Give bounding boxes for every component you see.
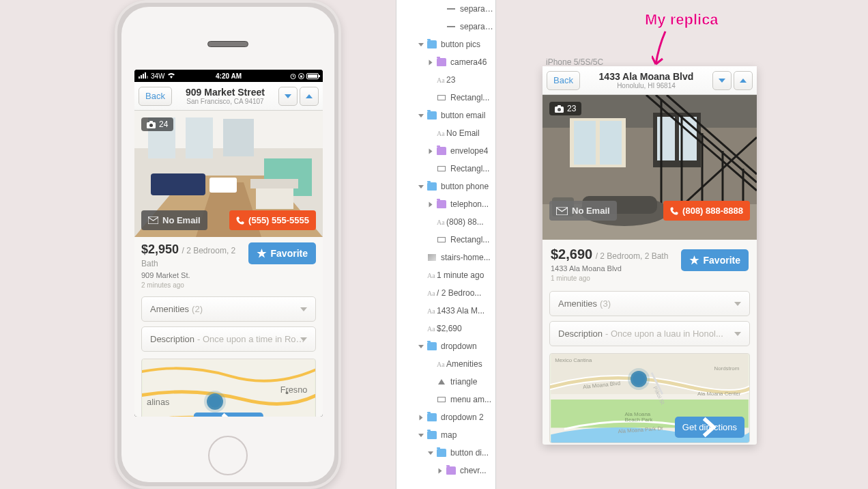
disclosure-triangle-icon[interactable] [428,451,433,455]
nav-title-text: 1433 Ala Moana Blvd [583,71,710,82]
nav-down-button[interactable] [278,87,298,106]
layer-name: separator img [460,22,495,31]
call-button[interactable]: (555) 555-5555 [229,210,316,230]
nav-up-button[interactable] [300,87,319,106]
favorite-button[interactable]: Favorite [248,242,316,264]
layer-row[interactable]: menu am... [396,391,495,408]
layer-row[interactable]: button pics [396,36,495,53]
star-icon [257,249,267,258]
layer-row[interactable]: triangle [396,373,495,391]
navbar: Back 1433 Ala Moana Blvd Honolulu, HI 96… [542,66,757,95]
layer-row[interactable]: chevr... [396,462,495,479]
get-directions-button[interactable]: Get directions [675,417,744,438]
layer-row[interactable]: Aa/ 2 Bedroo... [396,284,495,302]
layer-row[interactable]: button email [396,107,495,124]
listing-map[interactable]: alinas Fresno Get directions [141,359,316,417]
layer-row[interactable]: camera46 [396,53,495,71]
description-label: Description [558,329,603,339]
map-pin [631,371,647,387]
layer-row[interactable]: AaNo Email [396,124,495,142]
layer-row[interactable]: Rectangl... [396,231,495,249]
layer-row[interactable]: separator img [396,18,495,36]
layer-name: envelope4 [450,146,488,156]
disclosure-triangle-icon[interactable] [418,345,424,348]
no-email-button[interactable]: No Email [549,201,617,221]
disclosure-triangle-icon[interactable] [418,43,424,46]
layer-row[interactable]: Aa1433 Ala M... [396,302,495,320]
text-layer-icon: Aa [427,325,437,333]
home-button[interactable] [208,436,248,475]
back-button[interactable]: Back [139,87,172,106]
amenities-dropdown[interactable]: Amenities (3) [549,291,750,316]
disclosure-triangle-icon[interactable] [439,468,442,473]
rectangle-layer-icon [437,94,446,102]
chevron-down-icon [734,302,741,306]
disclosure-triangle-icon[interactable] [418,434,424,437]
signal-bars-icon [139,72,149,80]
disclosure-triangle-icon[interactable] [420,415,423,420]
layer-row[interactable]: dropdown [396,337,495,355]
layer-name: chevr... [460,466,487,475]
get-directions-button[interactable]: Get directions [194,413,263,417]
layer-row[interactable]: Aa23 [396,71,495,89]
amenities-dropdown[interactable]: Amenities (2) [141,296,316,322]
folder-icon [427,342,437,350]
text-layer-icon: Aa [437,130,446,137]
photo-count-badge[interactable]: 24 [141,117,173,131]
hero-photo[interactable]: 23 No Email (808) 888-8888 [542,95,757,240]
layer-row[interactable]: telephon... [396,195,495,213]
svg-rect-12 [250,179,298,188]
nav-up-button[interactable] [734,71,753,90]
iphone-device-frame: 34W 4:20 AM Back 909 Market Street San F… [115,0,341,489]
layer-row[interactable]: Aa$2,690 [396,320,495,337]
phone-number: (808) 888-8888 [682,206,743,216]
separator-layer-icon [446,5,456,13]
text-layer-icon: Aa [427,272,437,279]
layer-row[interactable]: Aa(808) 88... [396,213,495,231]
favorite-button[interactable]: Favorite [681,249,749,271]
photo-count-badge[interactable]: 23 [549,102,581,115]
address-line: 1433 Ala Moana Blvd [551,264,681,273]
layer-row[interactable]: button di... [396,444,495,462]
layer-row[interactable]: button phone [396,178,495,195]
layer-row[interactable]: AaAmenities [396,355,495,373]
text-layer-icon: Aa [437,219,446,226]
layer-row[interactable]: separator nav [396,0,495,18]
svg-rect-6 [186,117,213,158]
disclosure-triangle-icon[interactable] [429,201,433,207]
nav-down-button[interactable] [712,71,732,90]
layer-name: Rectangl... [450,93,489,102]
sketch-layers-panel[interactable]: separator navseparator imgbutton picscam… [396,0,496,489]
listing-map[interactable]: Mexico Cantina Nordstrom Ala Moana Cente… [549,353,750,443]
back-button[interactable]: Back [547,71,580,90]
disclosure-triangle-icon[interactable] [429,59,433,65]
folder-icon [427,431,437,439]
layer-row[interactable]: stairs-home... [396,249,495,266]
layer-row[interactable]: Aa1 minute ago [396,266,495,284]
disclosure-triangle-icon[interactable] [418,185,424,188]
call-button[interactable]: (808) 888-8888 [663,201,750,221]
layer-row[interactable]: envelope4 [396,142,495,160]
disclosure-triangle-icon[interactable] [429,148,433,154]
text-layer-icon: Aa [437,361,446,368]
iphone-screen: 34W 4:20 AM Back 909 Market Street San F… [134,70,323,417]
replica-artboard: Back 1433 Ala Moana Blvd Honolulu, HI 96… [542,66,757,445]
hero-photo[interactable]: 24 No Email (555) 555-5555 [134,111,323,237]
description-dropdown[interactable]: Description - Once upon a luau in Honol.… [549,321,750,346]
disclosure-triangle-icon[interactable] [418,114,424,117]
layer-row[interactable]: map [396,426,495,444]
description-dropdown[interactable]: Description - Once upon a time in Rom... [141,326,316,352]
layer-name: button phone [441,182,489,191]
favorite-label: Favorite [704,255,740,266]
layer-name: Rectangl... [450,235,489,244]
layer-row[interactable]: Rectangl... [396,89,495,107]
telephone-icon [670,207,678,215]
posted-ago: 2 minutes ago [141,281,248,289]
layer-row[interactable]: Rectangl... [396,160,495,178]
chevron-down-icon [300,307,307,311]
status-time: 4:20 AM [216,72,242,80]
folder-icon [437,147,446,155]
layer-row[interactable]: dropdown 2 [396,408,495,426]
description-preview: - Once upon a time in Rom... [197,334,307,344]
no-email-button[interactable]: No Email [141,210,207,230]
